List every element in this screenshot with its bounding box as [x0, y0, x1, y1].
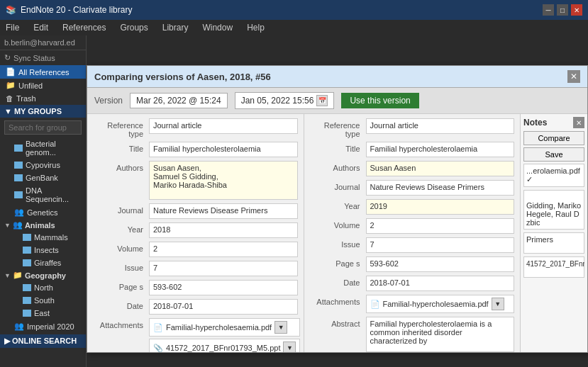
save-button[interactable]: Save [523, 147, 584, 162]
attachment1-right[interactable]: 📄 Familial-hypercholesaemia.pdf ▼ [366, 295, 515, 313]
sidebar-item-trash[interactable]: 🗑 Trash [0, 92, 86, 105]
sync-label: Sync Status [13, 54, 55, 62]
group-label: Animals [25, 221, 55, 230]
pdf-icon: 📄 [153, 323, 163, 332]
attachment-dropdown-left[interactable]: ▼ [274, 321, 287, 334]
sidebar-item-insects[interactable]: Insects [0, 244, 86, 256]
sidebar-item-mammals[interactable]: Mammals [0, 231, 86, 244]
journal-value-left: Nature Reviews Disease Primers [149, 203, 298, 219]
use-version-button[interactable]: Use this version [341, 93, 418, 108]
menu-help[interactable]: Help [244, 21, 267, 34]
menu-edit[interactable]: Edit [30, 21, 51, 34]
version-label: Version [94, 96, 123, 106]
window-controls: ─ □ ✕ [543, 4, 582, 16]
notes-close-button[interactable]: ✕ [573, 117, 584, 128]
year-row-left: Year 2018 [93, 222, 298, 238]
ref-type-row-left: Reference type Journal article [93, 118, 298, 138]
notes-panel: Notes ✕ Compare Save ...erolaemia.pdf ✓ … [520, 114, 587, 352]
sidebar-item-all-references[interactable]: 📄 All References [0, 65, 86, 79]
year-row-right: Year 2019 [310, 199, 515, 215]
trash-icon: 🗑 [6, 94, 13, 103]
trash-label: Trash [16, 94, 36, 103]
my-groups-chevron: ▼ [4, 107, 14, 115]
issue-value-right: 7 [366, 237, 515, 253]
modal-close-button[interactable]: ✕ [567, 70, 580, 83]
unfiled-label: Unfiled [18, 81, 43, 90]
menu-file[interactable]: File [3, 21, 22, 34]
attachment2-dropdown-left[interactable]: ▼ [283, 341, 296, 352]
sidebar-item-bacterial-genomics[interactable]: Bacterial genom... [0, 137, 86, 159]
date-label-left: Date [93, 299, 146, 310]
menu-groups[interactable]: Groups [117, 21, 150, 34]
minimize-button[interactable]: ─ [543, 4, 554, 16]
sidebar-item-north[interactable]: North [0, 281, 86, 294]
ref-type-value-left: Journal article [149, 118, 298, 134]
attachment2-left[interactable]: 📎 41572_2017_BFnr01793_M5.ppt ▼ [149, 339, 300, 352]
pages-value-right: 593-602 [366, 256, 515, 272]
sidebar-item-dna-sequencing[interactable]: DNA Sequencin... [0, 184, 86, 205]
issue-row-left: Issue 7 [93, 261, 298, 276]
version-right-display[interactable]: Jan 05, 2022 15:56 📅 [235, 92, 335, 109]
notes-field2: Gidding, Mariko Hegele, Raul D zbic [523, 190, 584, 230]
people-icon: 👥 [13, 220, 23, 230]
date-value-right: 2018-07-01 [366, 276, 515, 291]
menu-references[interactable]: References [60, 21, 109, 34]
date-label-right: Date [310, 276, 363, 287]
sidebar-item-unfiled[interactable]: 📁 Unfiled [0, 79, 86, 92]
compare-right-panel: Reference type Journal article Title Fam… [304, 114, 521, 352]
animals-group-header[interactable]: ▼ 👥 Animals [0, 219, 86, 231]
my-groups-label: MY GROUPS [14, 107, 62, 115]
search-for-group-input[interactable] [4, 120, 82, 135]
sidebar-item-south[interactable]: South [0, 294, 86, 307]
modal-header: Comparing versions of Aasen, 2018, #56 ✕ [87, 66, 587, 88]
version-right-text: Jan 05, 2022 15:56 [241, 96, 314, 106]
sync-icon: ↻ [4, 53, 11, 62]
sidebar-item-genetics[interactable]: 👥 Genetics [0, 205, 86, 219]
group-icon [14, 145, 23, 152]
pages-label-left: Page s [93, 280, 146, 291]
chevron-icon: ▼ [4, 222, 11, 229]
calendar-icon[interactable]: 📅 [316, 95, 328, 106]
maximize-button[interactable]: □ [557, 4, 568, 16]
attachments-label-right: Attachments [310, 295, 363, 306]
group-label: Cypovirus [26, 161, 60, 169]
compare-button[interactable]: Compare [523, 131, 584, 145]
journal-label-right: Journal [310, 180, 363, 191]
sidebar-item-east[interactable]: East [0, 307, 86, 320]
sidebar-item-genbank[interactable]: GenBank [0, 171, 86, 184]
authors-row-right: Authors Susan Aasen [310, 161, 515, 176]
modal-compare-content: Reference type Journal article Title Fam… [87, 114, 587, 352]
notes-header: Notes ✕ [523, 117, 584, 128]
journal-row-right: Journal Nature Reviews Disease Primers [310, 180, 515, 196]
authors-value-right: Susan Aasen [366, 161, 515, 176]
issue-label-left: Issue [93, 261, 146, 272]
sidebar-item-imperial-2020[interactable]: 👥 Imperial 2020 [0, 320, 86, 333]
group-icon [23, 247, 31, 254]
title-value-left: Familial hypercholesterolaemia [149, 142, 298, 157]
app-icon: 📚 [6, 5, 16, 15]
group-label: Bacterial genom... [26, 140, 80, 157]
date-value-left: 2018-07-01 [149, 299, 298, 315]
journal-row-left: Journal Nature Reviews Disease Primers [93, 203, 298, 219]
volume-label-left: Volume [93, 242, 146, 253]
group-icon [23, 310, 31, 317]
attachment-dropdown-right[interactable]: ▼ [492, 298, 504, 310]
title-value-right: Familial hypercholesterolaemia [366, 142, 515, 157]
sync-status[interactable]: ↻ Sync Status [0, 50, 86, 65]
version-bar: Version Mar 26, 2022 @ 15:24 Jan 05, 202… [87, 88, 587, 114]
sidebar-item-giraffes[interactable]: Giraffes [0, 256, 86, 269]
menu-window[interactable]: Window [199, 21, 235, 34]
notes-text3: Primers [526, 235, 553, 244]
group-label: DNA Sequencin... [26, 186, 80, 203]
group-label: Geography [25, 271, 66, 280]
sidebar-item-cypovirus[interactable]: Cypovirus [0, 159, 86, 171]
menu-library[interactable]: Library [160, 21, 192, 34]
title-row-right: Title Familial hypercholesterolaemia [310, 142, 515, 157]
close-button[interactable]: ✕ [571, 4, 582, 16]
journal-label-left: Journal [93, 203, 146, 215]
attachment1-name-left: Familial-hypercholesaemia.pdf [166, 323, 272, 332]
attachment1-left[interactable]: 📄 Familial-hypercholesaemia.pdf ▼ [149, 318, 300, 337]
geography-group-header[interactable]: ▼ 📁 Geography [0, 269, 86, 281]
group-icon [23, 297, 31, 304]
journal-value-right: Nature Reviews Disease Primers [366, 180, 515, 196]
